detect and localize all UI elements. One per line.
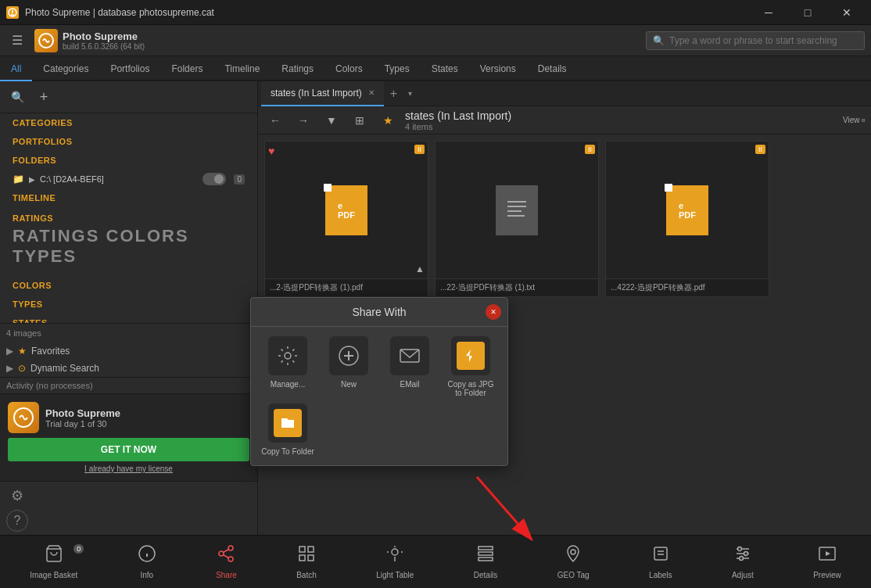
star-filter-button[interactable]: ★ <box>377 109 399 131</box>
navtab-states[interactable]: States <box>421 58 469 81</box>
hamburger-menu[interactable]: ☰ <box>6 30 28 52</box>
gallery-item[interactable]: ♥ ePDF ▲ II ...2-迅提PDF转换器 (1).pdf <box>264 141 428 297</box>
share-item-copy-folder[interactable]: Copy To Folder <box>260 403 315 456</box>
close-button[interactable]: ✕ <box>829 0 865 25</box>
sidebar-dynamic-search[interactable]: ▶ ⊙ Dynamic Search <box>0 360 257 377</box>
gallery-title: states (In Last Import) <box>405 109 837 122</box>
sidebar-item-folders[interactable]: FOLDERS <box>0 151 257 170</box>
navtab-types[interactable]: Types <box>374 58 421 81</box>
folder-icon: 📁 <box>13 174 24 185</box>
help-icon[interactable]: ? <box>6 510 28 532</box>
adjust-button[interactable]: Adjust <box>719 544 766 579</box>
sidebar-add-button[interactable]: + <box>33 86 55 108</box>
new-icon <box>329 336 368 375</box>
search-icon: 🔍 <box>653 35 665 46</box>
sidebar-favorites[interactable]: ▶ ★ Favorites <box>0 342 257 360</box>
app-logo: Photo Supreme build 5.6.0.3266 (64 bit) <box>34 29 145 52</box>
topbar: ☰ Photo Supreme build 5.6.0.3266 (64 bit… <box>0 25 871 56</box>
share-item-manage[interactable]: Manage... <box>260 336 315 397</box>
geo-icon <box>564 544 582 568</box>
svg-point-40 <box>737 547 741 551</box>
share-button[interactable]: Share <box>203 544 249 579</box>
geo-tag-button[interactable]: GEO Tag <box>545 544 602 579</box>
share-icon <box>217 544 235 568</box>
search-bar[interactable]: 🔍 <box>646 31 865 50</box>
back-button[interactable]: ← <box>264 109 286 131</box>
preview-icon <box>818 544 837 568</box>
big-label-types: TYPES <box>13 246 77 266</box>
batch-icon <box>297 544 316 568</box>
sidebar-item-states[interactable]: STATES <box>0 314 257 323</box>
share-dialog-close[interactable]: × <box>486 304 501 320</box>
copy-jpg-icon <box>451 336 490 375</box>
maximize-button[interactable]: □ <box>790 0 826 25</box>
already-have-license-link[interactable]: I already have my license <box>8 464 249 473</box>
settings-icon[interactable]: ⚙ <box>6 485 28 507</box>
sidebar-item-timeline[interactable]: TIMELINE <box>0 188 257 207</box>
svg-rect-34 <box>654 547 667 560</box>
manage-icon <box>268 336 307 375</box>
favorites-expand-icon: ▶ <box>6 346 13 357</box>
layers-button[interactable]: ⊞ <box>349 109 371 131</box>
sidebar-item-ratings[interactable]: RATINGS <box>13 213 245 223</box>
details-button[interactable]: Details <box>461 544 511 579</box>
gallery-image-area: ePDF <box>606 142 769 278</box>
svg-point-25 <box>392 549 398 555</box>
filter-button[interactable]: ▼ <box>321 109 342 131</box>
forward-button[interactable]: → <box>292 109 314 131</box>
info-button[interactable]: Info <box>125 544 169 579</box>
copy-jpg-label: Copy as JPG to Folder <box>443 380 498 397</box>
svg-rect-8 <box>507 201 526 203</box>
gallery-item[interactable]: II ...22-迅提PDF转换器 (1).txt <box>435 141 599 297</box>
navtab-ratings[interactable]: Ratings <box>271 58 324 81</box>
navtab-categories[interactable]: Categories <box>32 58 99 81</box>
gallery-item-name: ...22-迅提PDF转换器 (1).txt <box>436 278 598 296</box>
minimize-button[interactable]: ─ <box>751 0 787 25</box>
light-table-button[interactable]: Light Table <box>364 544 426 579</box>
email-icon <box>390 336 429 375</box>
sidebar-item-portfolios[interactable]: PORTFOLIOS <box>0 132 257 151</box>
share-item-new[interactable]: New <box>321 336 376 397</box>
svg-rect-6 <box>863 120 865 122</box>
basket-badge: 0 <box>73 544 84 554</box>
tab-add-button[interactable]: + <box>384 87 403 101</box>
adjust-label: Adjust <box>732 571 754 579</box>
folder-toggle[interactable] <box>203 173 226 185</box>
share-item-email[interactable]: EMail <box>382 336 437 397</box>
light-table-icon <box>385 544 404 568</box>
copy-folder-label: Copy To Folder <box>261 447 314 456</box>
batch-label: Batch <box>296 571 317 579</box>
gallery-item[interactable]: ePDF II ...4222-迅提PDF转换器.pdf <box>605 141 769 297</box>
svg-point-33 <box>571 550 575 554</box>
navtab-portfolios[interactable]: Portfolios <box>99 58 160 81</box>
get-it-now-button[interactable]: GET IT NOW <box>8 438 249 461</box>
share-item-copy-jpg[interactable]: Copy as JPG to Folder <box>443 336 498 397</box>
search-input[interactable] <box>669 35 858 46</box>
sidebar-item-colors[interactable]: COLORS <box>0 276 257 295</box>
navtab-folders[interactable]: Folders <box>160 58 213 81</box>
navtab-all[interactable]: All <box>0 58 32 81</box>
app-name: Photo Supreme <box>63 30 145 42</box>
sidebar-item-types[interactable]: TYPES <box>0 295 257 314</box>
labels-button[interactable]: Labels <box>636 544 684 579</box>
navtab-details[interactable]: Details <box>527 58 578 81</box>
share-dialog-title: Share With <box>352 306 406 318</box>
gallery-item-name: ...2-迅提PDF转换器 (1).pdf <box>265 278 428 296</box>
navtab-timeline[interactable]: Timeline <box>213 58 271 81</box>
image-basket-button[interactable]: 0 Image Basket <box>17 544 90 579</box>
tab-close-icon[interactable]: ✕ <box>368 88 375 97</box>
tab-dropdown-button[interactable]: ▾ <box>403 89 417 98</box>
folder-toggle-knob <box>214 174 224 184</box>
preview-button[interactable]: Preview <box>801 544 854 579</box>
batch-button[interactable]: Batch <box>284 544 329 579</box>
promo-app-name: Photo Supreme <box>45 407 120 419</box>
gallery-image-area <box>436 142 598 278</box>
sidebar-item-categories[interactable]: CATEGORIES <box>0 113 257 132</box>
navtab-colors[interactable]: Colors <box>324 58 374 81</box>
share-items-grid: Manage... New EMail <box>251 327 507 465</box>
pdf-thumbnail: ePDF <box>325 185 367 235</box>
view-button[interactable]: View <box>843 109 865 131</box>
navtab-versions[interactable]: Versions <box>469 58 527 81</box>
tab-states-import[interactable]: states (In Last Import) ✕ <box>261 81 384 106</box>
sidebar-search-button[interactable]: 🔍 <box>6 86 28 108</box>
